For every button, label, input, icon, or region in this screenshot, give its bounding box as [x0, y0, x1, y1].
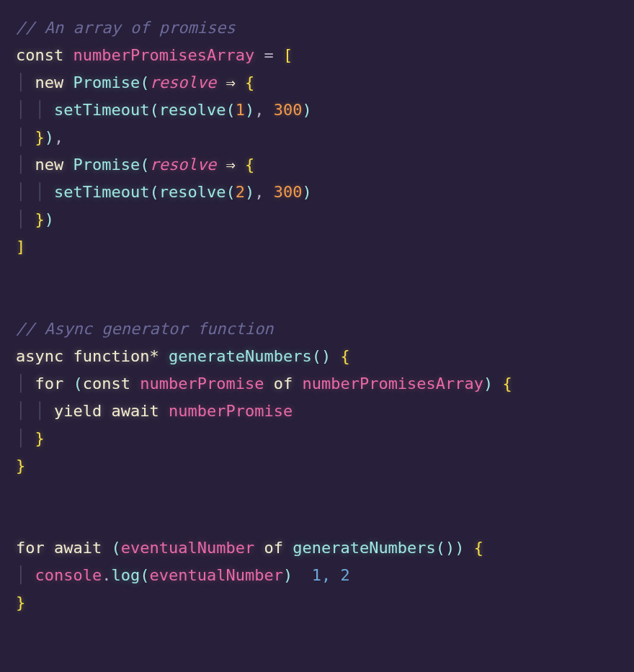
- code-token: }: [16, 457, 25, 475]
- code-token: [254, 46, 264, 64]
- code-token: }: [35, 210, 45, 228]
- code-token: // Async generator function: [16, 320, 274, 338]
- code-token: ⇒: [226, 156, 235, 174]
- code-token: generateNumbers: [293, 539, 436, 557]
- code-token: [159, 347, 169, 365]
- code-token: [236, 156, 245, 174]
- code-token: ): [245, 183, 254, 201]
- code-token: yield: [54, 402, 102, 420]
- code-token: ,: [54, 128, 63, 146]
- code-token: │: [16, 429, 35, 447]
- code-token: ): [483, 375, 493, 393]
- code-token: of: [264, 539, 283, 557]
- code-token: 1, 2: [312, 566, 350, 584]
- code-token: .: [102, 566, 111, 584]
- code-token: │: [16, 73, 35, 91]
- code-token: │: [16, 566, 35, 584]
- code-token: [465, 539, 474, 557]
- code-token: setTimeout: [54, 183, 149, 201]
- code-token: {: [245, 156, 254, 174]
- code-token: resolve: [159, 183, 226, 201]
- code-token: [63, 73, 73, 91]
- code-token: ): [45, 128, 54, 146]
- code-token: Promise: [73, 73, 140, 91]
- code-token: 2: [236, 183, 245, 201]
- code-token: [264, 375, 273, 393]
- code-token: async: [16, 347, 63, 365]
- code-token: resolve: [149, 73, 216, 91]
- code-token: [274, 46, 283, 64]
- code-token: (: [111, 539, 120, 557]
- code-token: await: [54, 539, 102, 557]
- code-token: [254, 539, 264, 557]
- code-token: (: [149, 183, 158, 201]
- code-token: function*: [73, 347, 158, 365]
- code-token: (: [226, 183, 235, 201]
- code-token: Promise: [73, 156, 140, 174]
- code-token: (): [436, 539, 455, 557]
- code-token: new: [35, 73, 64, 91]
- code-token: ,: [254, 101, 274, 119]
- code-token: for: [16, 539, 45, 557]
- code-token: [63, 156, 73, 174]
- code-token: [159, 402, 169, 420]
- code-token: │ │: [16, 402, 54, 420]
- code-token: [493, 375, 502, 393]
- code-token: {: [474, 539, 483, 557]
- code-token: new: [35, 156, 64, 174]
- code-token: [45, 539, 54, 557]
- code-token: ): [283, 566, 293, 584]
- code-token: (: [226, 101, 235, 119]
- code-token: │: [16, 375, 35, 393]
- code-token: [130, 375, 140, 393]
- code-token: resolve: [149, 156, 216, 174]
- code-token: [216, 73, 226, 91]
- code-token: generateNumbers: [169, 347, 312, 365]
- code-token: numberPromise: [140, 375, 264, 393]
- code-token: numberPromise: [169, 402, 293, 420]
- code-token: │ │: [16, 183, 54, 201]
- code-token: [293, 375, 302, 393]
- code-token: │: [16, 128, 35, 146]
- code-token: ]: [16, 238, 25, 256]
- code-token: ⇒: [226, 73, 235, 91]
- code-token: (): [312, 347, 331, 365]
- code-token: ): [302, 101, 311, 119]
- code-token: await: [111, 402, 158, 420]
- code-token: of: [274, 375, 293, 393]
- code-token: │: [16, 156, 35, 174]
- code-token: (: [73, 375, 83, 393]
- code-token: const: [83, 375, 130, 393]
- code-token: {: [340, 347, 349, 365]
- code-token: [293, 566, 312, 584]
- code-token: [63, 375, 73, 393]
- code-token: setTimeout: [54, 101, 149, 119]
- code-token: resolve: [159, 101, 226, 119]
- code-token: ): [245, 101, 254, 119]
- code-token: [331, 347, 340, 365]
- code-token: [102, 539, 111, 557]
- code-token: const: [16, 46, 63, 64]
- code-token: 1: [236, 101, 245, 119]
- code-token: [216, 156, 226, 174]
- code-token: }: [16, 593, 25, 611]
- code-token: eventualNumber: [121, 539, 254, 557]
- code-token: [: [283, 46, 293, 64]
- code-token: eventualNumber: [149, 566, 282, 584]
- code-token: (: [140, 566, 149, 584]
- code-token: =: [264, 46, 273, 64]
- code-token: }: [35, 429, 45, 447]
- code-token: ): [45, 210, 54, 228]
- code-token: [102, 402, 111, 420]
- code-token: (: [149, 101, 158, 119]
- code-token: [63, 46, 73, 64]
- code-token: }: [35, 128, 45, 146]
- code-block: // An array of promises const numberProm…: [0, 0, 634, 631]
- code-token: (: [140, 156, 149, 174]
- code-token: numberPromisesArray: [73, 46, 254, 64]
- code-token: console: [35, 566, 102, 584]
- code-token: [236, 73, 245, 91]
- code-token: ): [302, 183, 311, 201]
- code-token: (: [140, 73, 149, 91]
- code-token: [63, 347, 73, 365]
